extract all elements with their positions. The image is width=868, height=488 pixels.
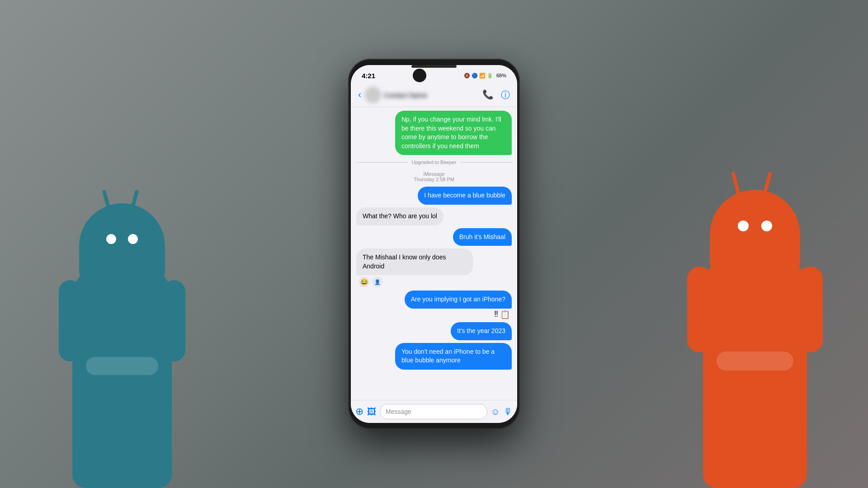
tapback-clipboard: 📋 bbox=[500, 310, 510, 319]
avatar bbox=[365, 87, 381, 103]
message-input[interactable]: Message bbox=[380, 404, 487, 419]
camera-cutout bbox=[413, 69, 426, 82]
message-placeholder: Message bbox=[386, 408, 411, 415]
message-bubble: Are you implying I got an iPhone? bbox=[405, 291, 512, 309]
status-icons: 🔕 🔵 📶 🔋 68% bbox=[464, 73, 506, 79]
divider-line-right bbox=[460, 162, 512, 163]
message-bubble: Bruh it's Mishaal bbox=[453, 228, 512, 246]
info-icon[interactable]: ⓘ bbox=[501, 89, 510, 101]
scene: 4:21 🔕 🔵 📶 🔋 68% ‹ Contact Name 📞 ⓘ bbox=[0, 0, 868, 488]
input-bar: ⊕ 🖼 Message ☺ 🎙 bbox=[351, 400, 517, 423]
tapback-exclamation: ‼️ bbox=[494, 310, 498, 319]
contact-name: Contact Name bbox=[384, 91, 482, 99]
android-orange bbox=[669, 136, 841, 488]
emoji-button[interactable]: ☺ bbox=[491, 407, 500, 417]
message-service: iMessage bbox=[356, 171, 512, 177]
tapback-row: ‼️ 📋 bbox=[494, 310, 512, 319]
sticker-button[interactable]: 🖼 bbox=[367, 407, 376, 417]
mic-button[interactable]: 🎙 bbox=[504, 407, 513, 417]
message-bubble: What the? Who are you lol bbox=[356, 207, 443, 225]
reaction-emoji: 😂 bbox=[358, 276, 370, 288]
back-button[interactable]: ‹ bbox=[358, 89, 361, 101]
android-teal bbox=[36, 149, 208, 488]
phone: 4:21 🔕 🔵 📶 🔋 68% ‹ Contact Name 📞 ⓘ bbox=[348, 59, 520, 429]
message-bubble: You don't need an iPhone to be a blue bu… bbox=[395, 343, 512, 370]
message-bubble: Np, if you change your mind lmk. I'll be… bbox=[395, 111, 512, 155]
message-bubble: It's the year 2023 bbox=[451, 322, 512, 340]
status-time: 4:21 bbox=[362, 72, 375, 80]
reaction-row: 😂 👤 bbox=[356, 276, 383, 288]
message-date: Thursday 2:58 PM bbox=[356, 177, 512, 182]
nav-actions: 📞 ⓘ bbox=[482, 89, 510, 101]
message-bubble: The Mishaal I know only does Android bbox=[356, 249, 473, 275]
phone-screen: 4:21 🔕 🔵 📶 🔋 68% ‹ Contact Name 📞 ⓘ bbox=[351, 65, 517, 423]
message-bubble: I have become a blue bubble bbox=[418, 187, 512, 205]
upgrade-divider: Upgraded to Beeper bbox=[356, 160, 512, 165]
add-button[interactable]: ⊕ bbox=[355, 406, 363, 418]
timestamp-block: iMessage Thursday 2:58 PM bbox=[356, 171, 512, 182]
divider-label: Upgraded to Beeper bbox=[411, 160, 456, 165]
nav-bar: ‹ Contact Name 📞 ⓘ bbox=[351, 84, 517, 107]
phone-icon[interactable]: 📞 bbox=[482, 89, 494, 101]
divider-line-left bbox=[356, 162, 408, 163]
messages-list: Np, if you change your mind lmk. I'll be… bbox=[351, 107, 517, 400]
reaction-avatar: 👤 bbox=[372, 276, 383, 288]
status-bar: 4:21 🔕 🔵 📶 🔋 68% bbox=[351, 65, 517, 84]
